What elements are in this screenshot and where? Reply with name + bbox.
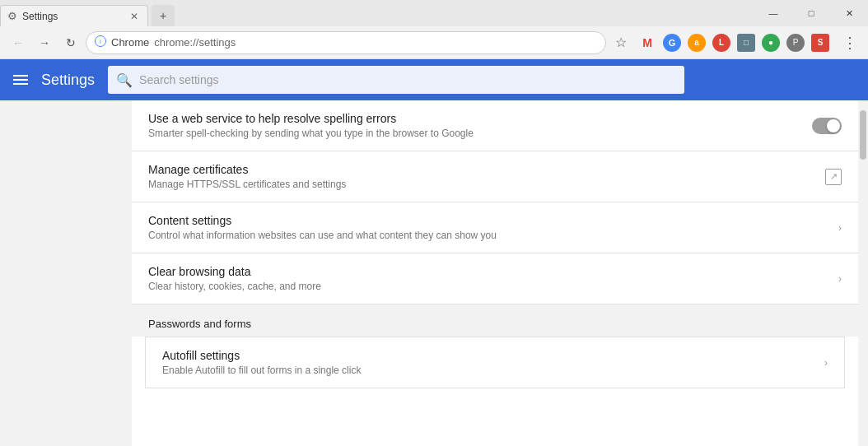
close-button[interactable]: ✕ [830,0,868,26]
extension2-icon[interactable]: S [809,31,832,54]
content-settings-title: Content settings [148,214,838,227]
google-account-icon[interactable]: G [660,31,684,54]
amazon-icon[interactable]: a [685,31,708,54]
clear-data-desc: Clear history, cookies, cache, and more [148,281,838,292]
tab-area: ⚙ Settings ✕ + [0,0,175,26]
spell-check-setting[interactable]: Use a web service to help resolve spelli… [132,100,858,151]
title-bar: ⚙ Settings ✕ + — □ ✕ [0,0,868,26]
url-bar[interactable]: i Chrome chrome://settings [86,31,606,54]
maximize-button[interactable]: □ [792,0,830,26]
svg-text:i: i [100,38,101,45]
google-icon[interactable]: ● [759,31,782,54]
hamburger-button[interactable] [13,75,28,85]
bookmark-button[interactable]: ☆ [609,31,632,54]
chevron-right-icon: › [838,222,842,234]
external-link-icon [825,169,842,185]
clear-data-title: Clear browsing data [148,265,838,278]
url-text: chrome://settings [154,36,236,49]
scrollbar-thumb[interactable] [860,110,866,160]
content-settings-arrow: › [838,222,842,234]
toggle-switch[interactable] [812,118,842,134]
content-settings-desc: Control what information websites can us… [148,230,838,241]
certificates-control [825,169,842,185]
search-placeholder: Search settings [139,73,219,86]
certificates-text: Manage certificates Manage HTTPS/SSL cer… [148,163,825,190]
search-icon: 🔍 [116,72,133,88]
autofill-title: Autofill settings [162,349,824,362]
clear-data-text: Clear browsing data Clear history, cooki… [148,265,838,292]
window-controls: — □ ✕ [754,0,868,26]
autofill-desc: Enable Autofill to fill out forms in a s… [162,365,824,376]
settings-search-box[interactable]: 🔍 Search settings [108,66,684,94]
url-domain: Chrome [111,36,149,49]
content-settings-setting[interactable]: Content settings Control what informatio… [132,202,858,253]
settings-section-passwords: Autofill settings Enable Autofill to fil… [145,337,845,388]
url-security-icon: i [95,35,106,49]
scrollbar-track[interactable] [858,100,868,446]
spell-check-text: Use a web service to help resolve spelli… [148,112,812,139]
spell-check-desc: Smarter spell-checking by sending what y… [148,128,812,139]
sidebar [0,100,132,446]
chrome-menu-button[interactable]: ⋮ [838,31,861,54]
back-button[interactable]: ← [7,31,30,54]
certificates-desc: Manage HTTPS/SSL certificates and settin… [148,179,825,190]
gmail-icon[interactable]: M [636,31,659,54]
refresh-button[interactable]: ↻ [59,31,82,54]
clear-data-setting[interactable]: Clear browsing data Clear history, cooki… [132,253,858,304]
settings-section-privacy: Use a web service to help resolve spelli… [132,100,858,304]
autofill-setting[interactable]: Autofill settings Enable Autofill to fil… [146,337,844,388]
content-settings-text: Content settings Control what informatio… [148,214,838,241]
pocket-icon[interactable]: P [784,31,807,54]
content-panel: Use a web service to help resolve spelli… [132,100,858,446]
new-tab-button[interactable]: + [152,5,175,26]
autofill-text: Autofill settings Enable Autofill to fil… [162,349,824,376]
tab-favicon: ⚙ [7,10,17,22]
autofill-arrow: › [824,357,828,369]
spell-check-title: Use a web service to help resolve spelli… [148,112,812,125]
certificates-setting[interactable]: Manage certificates Manage HTTPS/SSL cer… [132,151,858,202]
toolbar-icons: M G a L □ ● P S [636,31,832,54]
annotation-arrow [132,203,136,253]
minimize-button[interactable]: — [754,0,792,26]
settings-page-title: Settings [41,72,95,89]
certificates-title: Manage certificates [148,163,825,176]
chevron-right-icon-2: › [838,273,842,285]
spell-check-toggle[interactable] [812,118,842,134]
lastpass-icon[interactable]: L [710,31,733,54]
address-bar: ← → ↻ i Chrome chrome://settings ☆ M G a… [0,26,868,59]
passwords-forms-section-header: Passwords and forms [132,304,858,337]
forward-button[interactable]: → [33,31,56,54]
chevron-right-icon-3: › [824,357,828,369]
extension1-icon[interactable]: □ [735,31,758,54]
tab-title: Settings [22,11,58,22]
settings-header: Settings 🔍 Search settings [0,59,868,100]
tab-close-button[interactable]: ✕ [128,10,141,23]
settings-tab[interactable]: ⚙ Settings ✕ [0,5,148,26]
clear-data-arrow: › [838,273,842,285]
